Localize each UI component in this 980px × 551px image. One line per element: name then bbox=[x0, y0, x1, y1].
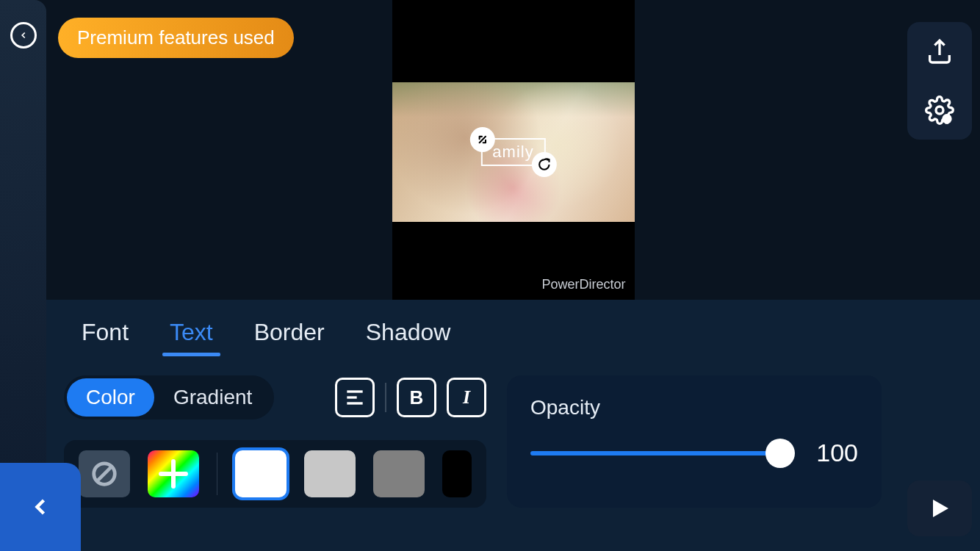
svg-text:?: ? bbox=[945, 116, 949, 124]
rotate-handle[interactable] bbox=[532, 152, 557, 177]
color-swatch-gray[interactable] bbox=[373, 450, 425, 497]
fill-mode-color[interactable]: Color bbox=[67, 378, 154, 417]
italic-button[interactable]: I bbox=[447, 378, 486, 417]
format-group: B I bbox=[335, 378, 486, 417]
none-icon bbox=[90, 460, 118, 488]
color-swatch-white[interactable] bbox=[235, 450, 287, 497]
tab-shadow[interactable]: Shadow bbox=[345, 313, 472, 352]
video-frame[interactable]: amily PowerDirector bbox=[392, 0, 635, 300]
tab-border[interactable]: Border bbox=[234, 313, 345, 352]
tab-font[interactable]: Font bbox=[61, 313, 149, 352]
divider bbox=[217, 453, 217, 495]
edit-panel: Font Text Border Shadow Color Gradient bbox=[46, 300, 980, 551]
color-none[interactable] bbox=[79, 450, 130, 497]
color-picker-button[interactable] bbox=[148, 450, 199, 497]
back-button[interactable] bbox=[10, 22, 37, 48]
right-rail-top: ? bbox=[907, 22, 972, 140]
tab-bar: Font Text Border Shadow bbox=[46, 300, 899, 358]
resize-icon bbox=[475, 132, 489, 147]
opacity-value: 100 bbox=[808, 439, 858, 467]
premium-badge[interactable]: Premium features used bbox=[58, 18, 294, 58]
video-thumbnail: amily bbox=[392, 82, 635, 222]
align-left-icon bbox=[343, 386, 367, 409]
color-swatch-black[interactable] bbox=[442, 450, 472, 497]
watermark: PowerDirector bbox=[541, 277, 625, 292]
play-icon bbox=[926, 495, 953, 522]
svg-marker-8 bbox=[933, 500, 948, 517]
gear-icon: ? bbox=[925, 96, 954, 125]
divider bbox=[385, 383, 386, 412]
settings-button[interactable]: ? bbox=[923, 94, 956, 126]
left-controls: Color Gradient B I bbox=[64, 375, 486, 508]
svg-point-5 bbox=[936, 107, 943, 114]
color-swatch-lightgray[interactable] bbox=[304, 450, 356, 497]
chevron-left-icon bbox=[27, 494, 54, 520]
svg-line-4 bbox=[96, 466, 112, 482]
slider-thumb[interactable] bbox=[765, 439, 795, 468]
tab-text[interactable]: Text bbox=[149, 313, 234, 352]
text-controls: Color Gradient B I bbox=[46, 358, 899, 508]
resize-handle[interactable] bbox=[469, 127, 494, 152]
fill-mode-gradient[interactable]: Gradient bbox=[154, 378, 271, 417]
opacity-panel: Opacity 100 bbox=[507, 375, 882, 508]
rotate-icon bbox=[537, 157, 552, 172]
opacity-slider-row: 100 bbox=[530, 439, 858, 467]
opacity-slider[interactable] bbox=[530, 451, 790, 455]
fill-format-row: Color Gradient B I bbox=[64, 375, 486, 419]
align-button[interactable] bbox=[335, 378, 375, 417]
preview-area: Premium features used amily PowerDirecto… bbox=[46, 0, 980, 300]
panel-back-button[interactable] bbox=[0, 463, 81, 551]
export-icon bbox=[925, 37, 954, 66]
overlay-text: amily bbox=[492, 143, 533, 161]
opacity-label: Opacity bbox=[530, 396, 858, 419]
text-overlay-element[interactable]: amily bbox=[480, 138, 545, 166]
bold-button[interactable]: B bbox=[397, 378, 436, 417]
color-swatch-row bbox=[64, 440, 486, 508]
play-button[interactable] bbox=[907, 480, 972, 536]
export-button[interactable] bbox=[923, 35, 956, 68]
main-area: Premium features used amily PowerDirecto… bbox=[46, 0, 980, 551]
chevron-left-icon bbox=[18, 30, 29, 40]
right-rail: ? bbox=[899, 0, 980, 551]
app-root: Premium features used amily PowerDirecto… bbox=[0, 0, 980, 551]
fill-mode-toggle: Color Gradient bbox=[64, 375, 274, 419]
